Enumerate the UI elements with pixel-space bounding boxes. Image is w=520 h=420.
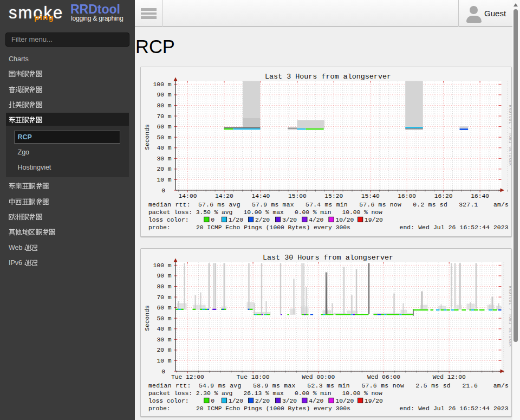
svg-text:90 m: 90 m — [157, 92, 171, 98]
svg-text:median rtt: 54.9 ms avg 58.: median rtt: 54.9 ms avg 58.9 ms max 52.3… — [148, 383, 509, 389]
svg-text:Wed 00:00: Wed 00:00 — [302, 374, 335, 380]
svg-text:20 m: 20 m — [157, 347, 171, 353]
svg-text:0: 0 — [161, 369, 165, 375]
svg-text:14:00: 14:00 — [179, 193, 197, 199]
svg-text:16:20: 16:20 — [434, 193, 453, 199]
svg-text:40 m: 40 m — [157, 326, 171, 332]
svg-text:60 m: 60 m — [157, 124, 171, 130]
svg-text:14:40: 14:40 — [251, 193, 270, 199]
svg-text:1/20: 1/20 — [229, 217, 243, 223]
svg-text:Last 30 Hours from alongserver: Last 30 Hours from alongserver — [263, 254, 393, 262]
svg-text:RRDTOOL / TOBI OETIKER: RRDTOOL / TOBI OETIKER — [508, 105, 512, 166]
svg-text:15:20: 15:20 — [324, 193, 343, 199]
svg-text:60 m: 60 m — [157, 305, 171, 311]
svg-text:loss color:: loss color: — [148, 398, 189, 404]
svg-text:Wed 12:00: Wed 12:00 — [433, 374, 466, 380]
svg-text:Seconds: Seconds — [144, 124, 151, 150]
svg-text:50 m: 50 m — [157, 134, 171, 140]
svg-text:2/20: 2/20 — [255, 398, 270, 404]
svg-text:3/20: 3/20 — [282, 398, 297, 404]
svg-text:4/20: 4/20 — [309, 217, 323, 223]
svg-text:Tue 12:00: Tue 12:00 — [171, 374, 204, 380]
svg-text:Tue 18:00: Tue 18:00 — [237, 374, 270, 380]
svg-text:100 m: 100 m — [153, 81, 172, 87]
svg-text:30 m: 30 m — [157, 155, 171, 161]
svg-text:4/20: 4/20 — [309, 398, 323, 404]
svg-text:loss color:: loss color: — [148, 217, 189, 223]
svg-text:Seconds: Seconds — [144, 305, 151, 331]
svg-text:3/20: 3/20 — [282, 217, 297, 223]
svg-text:40 m: 40 m — [157, 145, 171, 151]
svg-text:10/20: 10/20 — [335, 217, 354, 223]
svg-text:15:00: 15:00 — [288, 193, 307, 199]
svg-text:end: Wed Jul 26 16:52:44 2023: end: Wed Jul 26 16:52:44 2023 — [400, 405, 509, 412]
svg-text:19/20: 19/20 — [365, 217, 383, 223]
svg-text:70 m: 70 m — [157, 113, 171, 119]
svg-text:1/20: 1/20 — [229, 398, 243, 404]
svg-text:2/20: 2/20 — [255, 217, 270, 223]
svg-text:RRDTOOL / TOBI OETIKER: RRDTOOL / TOBI OETIKER — [508, 286, 512, 347]
svg-text:Wed 06:00: Wed 06:00 — [367, 374, 400, 380]
svg-text:30 m: 30 m — [157, 337, 171, 343]
svg-text:20 m: 20 m — [157, 166, 171, 172]
svg-text:16:00: 16:00 — [398, 193, 416, 199]
svg-text:probe: 20 ICMP Echo Ping: probe: 20 ICMP Echo Pings (1000 Bytes) e… — [148, 405, 350, 412]
svg-text:16:40: 16:40 — [471, 193, 489, 199]
svg-text:70 m: 70 m — [157, 294, 171, 301]
svg-text:10 m: 10 m — [157, 176, 171, 183]
svg-text:100 m: 100 m — [153, 262, 172, 269]
svg-text:0: 0 — [161, 187, 165, 193]
svg-text:median rtt: 57.6 ms avg 57.: median rtt: 57.6 ms avg 57.9 ms max 57.4… — [148, 202, 509, 208]
svg-text:15:40: 15:40 — [361, 193, 380, 199]
svg-text:0: 0 — [211, 398, 214, 404]
svg-text:80 m: 80 m — [157, 102, 171, 109]
svg-text:14:20: 14:20 — [215, 193, 233, 199]
svg-text:packet loss: 2.30 % avg 26.1: packet loss: 2.30 % avg 26.13 % max 0.00… — [148, 390, 382, 397]
svg-text:10 m: 10 m — [157, 358, 171, 364]
svg-text:end: Wed Jul 26 16:52:44 2023: end: Wed Jul 26 16:52:44 2023 — [400, 224, 509, 231]
svg-text:probe: 20 ICMP Echo Ping: probe: 20 ICMP Echo Pings (1000 Bytes) e… — [148, 224, 350, 231]
svg-text:Last 3 Hours from alongserver: Last 3 Hours from alongserver — [265, 72, 391, 80]
svg-text:19/20: 19/20 — [365, 398, 383, 404]
svg-text:0: 0 — [211, 217, 214, 223]
svg-text:50 m: 50 m — [157, 315, 171, 322]
svg-text:80 m: 80 m — [157, 283, 171, 290]
svg-text:10/20: 10/20 — [335, 398, 354, 404]
svg-text:packet loss: 3.50 % avg 10.0: packet loss: 3.50 % avg 10.00 % max 0.00… — [148, 209, 382, 216]
svg-text:90 m: 90 m — [157, 273, 171, 279]
